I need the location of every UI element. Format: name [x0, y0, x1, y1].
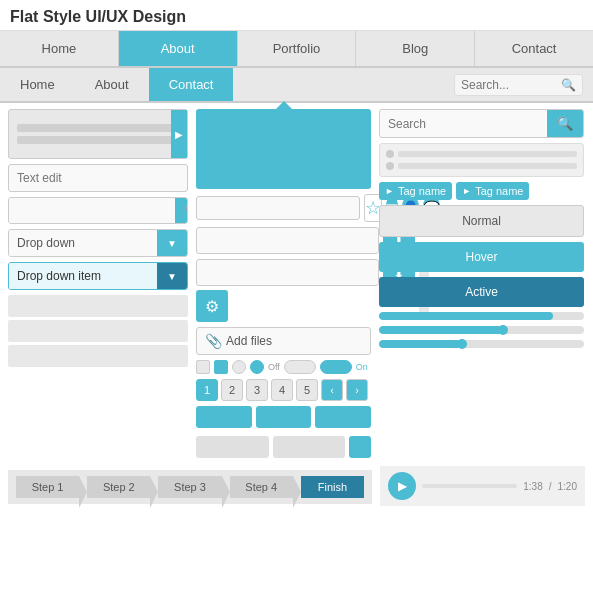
page-btn-1[interactable]: 1 [196, 379, 218, 401]
nav1-contact[interactable]: Contact [475, 31, 593, 66]
radio-2[interactable] [250, 360, 264, 374]
nav1-portfolio[interactable]: Portfolio [238, 31, 357, 66]
clip-icon: 📎 [205, 333, 222, 349]
checkbox-1[interactable] [196, 360, 210, 374]
download-input-2[interactable] [196, 259, 379, 286]
rect-btn-1[interactable] [196, 406, 252, 428]
media-player: ▶ 1:38 / 1:20 [380, 466, 585, 506]
list-items [8, 295, 188, 367]
tag-2[interactable]: ► Tag name [456, 182, 529, 200]
main-section: ▶ 🔍 Drop down ▼ Drop down item ▼ [0, 109, 593, 458]
pagination-row: 1 2 3 4 5 ‹ › [196, 379, 371, 401]
dropdown-select-arrow[interactable]: ▼ [157, 230, 187, 256]
search-with-btn: 🔍 [8, 197, 188, 224]
dropdown-arrow[interactable]: ▶ [171, 110, 187, 158]
media-time-separator: / [549, 481, 552, 492]
step-1[interactable]: Step 1 [16, 476, 79, 498]
next-page-btn[interactable]: › [346, 379, 368, 401]
dropdown-item: Drop down item ▼ [8, 262, 188, 290]
search-panel-btn[interactable]: 🔍 [547, 110, 583, 137]
search-panel-input[interactable] [380, 111, 547, 137]
sliders-area [379, 312, 584, 458]
slider-fill-1 [379, 326, 502, 334]
dropdown-placeholder: ▶ [8, 109, 188, 159]
slider-thumb-1[interactable] [498, 325, 508, 335]
search-input-field[interactable] [9, 198, 175, 223]
slider-row-2 [379, 340, 584, 348]
page-btn-3[interactable]: 3 [246, 379, 268, 401]
rect-row-2 [196, 436, 371, 458]
download-row-1: ⬇ [196, 227, 371, 254]
tag-1[interactable]: ► Tag name [379, 182, 452, 200]
search-btn[interactable]: 🔍 [175, 198, 188, 223]
rect-btn-small-1[interactable] [349, 436, 371, 458]
step-2[interactable]: Step 2 [87, 476, 150, 498]
list-item-3[interactable] [8, 345, 188, 367]
btn-hover[interactable]: Hover [379, 242, 584, 272]
slider-thumb-2[interactable] [457, 339, 467, 349]
step-3[interactable]: Step 3 [158, 476, 221, 498]
text-edit-input[interactable] [8, 164, 188, 192]
progress-bar-row-1 [379, 312, 584, 320]
list-item-2[interactable] [8, 320, 188, 342]
media-time-total: 1:20 [558, 481, 577, 492]
result-panel [379, 143, 584, 177]
dropdown-select-label: Drop down [9, 230, 157, 256]
nav-bar-1: Home About Portfolio Blog Contact [0, 31, 593, 68]
nav1-about[interactable]: About [119, 31, 238, 66]
result-line-1 [398, 151, 577, 157]
slider-track-2[interactable] [379, 340, 584, 348]
tag-label-1: Tag name [398, 185, 446, 197]
list-item-1[interactable] [8, 295, 188, 317]
tag-arrow-2: ► [462, 186, 471, 196]
text-lines [17, 124, 179, 144]
step-4[interactable]: Step 4 [230, 476, 293, 498]
add-files-row[interactable]: 📎 Add files [196, 327, 371, 355]
nav2-search-box: 🔍 [454, 74, 583, 96]
page-btn-4[interactable]: 4 [271, 379, 293, 401]
page-btn-2[interactable]: 2 [221, 379, 243, 401]
step-bar-container: Step 1 Step 2 Step 3 Step 4 Finish [8, 466, 372, 506]
download-input-1[interactable] [196, 227, 379, 254]
media-track[interactable] [422, 484, 517, 488]
text-line-2 [17, 136, 179, 144]
dropdown-select: Drop down ▼ [8, 229, 188, 257]
radio-1[interactable] [232, 360, 246, 374]
add-files-label: Add files [226, 334, 272, 348]
rect-btn-2[interactable] [256, 406, 312, 428]
step-finish[interactable]: Finish [301, 476, 364, 498]
icon-row: ☆ ✉ 👤 💬 [196, 194, 371, 222]
prev-page-btn[interactable]: ‹ [321, 379, 343, 401]
nav2-contact[interactable]: Contact [149, 68, 234, 101]
rect-btn-gray-2[interactable] [273, 436, 346, 458]
left-column: ▶ 🔍 Drop down ▼ Drop down item ▼ [8, 109, 188, 458]
tag-arrow-1: ► [385, 186, 394, 196]
rect-btn-3[interactable] [315, 406, 371, 428]
result-dot-1 [386, 150, 394, 158]
step-bar: Step 1 Step 2 Step 3 Step 4 Finish [8, 470, 372, 504]
gear-icon-btn[interactable]: ⚙ [196, 290, 228, 322]
play-btn[interactable]: ▶ [388, 472, 416, 500]
rect-row-1 [196, 406, 371, 428]
progress-fill-1 [379, 312, 553, 320]
tag-label-2: Tag name [475, 185, 523, 197]
nav2-search-input[interactable] [461, 78, 561, 92]
rect-btn-gray-1[interactable] [196, 436, 269, 458]
nav1-home[interactable]: Home [0, 31, 119, 66]
btn-active[interactable]: Active [379, 277, 584, 307]
nav1-blog[interactable]: Blog [356, 31, 475, 66]
result-row-1 [386, 150, 577, 158]
text-line-1 [17, 124, 179, 132]
btn-normal[interactable]: Normal [379, 205, 584, 237]
slider-track-1[interactable] [379, 326, 584, 334]
icon-input[interactable] [196, 196, 360, 220]
checkbox-2[interactable] [214, 360, 228, 374]
page-btn-5[interactable]: 5 [296, 379, 318, 401]
search-panel: 🔍 ► Tag name ► Tag name Normal [379, 109, 584, 458]
dropdown-item-arrow[interactable]: ▼ [157, 263, 187, 289]
toggle-off[interactable] [284, 360, 316, 374]
nav2-about[interactable]: About [75, 68, 149, 101]
nav2-home[interactable]: Home [0, 68, 75, 101]
toggle-on[interactable] [320, 360, 352, 374]
on-label: On [356, 362, 368, 372]
